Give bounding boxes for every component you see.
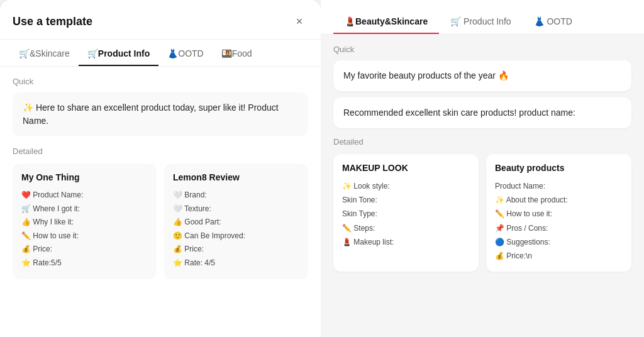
detail-cards-row: My One Thing ❤️ Product Name: 🛒 Where I … [13, 163, 308, 279]
right-detail-cards-row: MAKEUP LOOK ✨ Look style: Skin Tone: Ski… [333, 154, 631, 272]
quick-section-label: Quick [13, 77, 308, 86]
right-quick-card-0-text: My favorite beauty products of the year … [343, 70, 509, 80]
left-panel-content: Quick ✨ Here to share an excellent produ… [0, 67, 321, 337]
right-detailed-label: Detailed [333, 137, 631, 146]
close-button[interactable]: × [291, 13, 308, 30]
right-tabs-row: 💄Beauty&Skincare 🛒 Product Info 👗 OOTD [333, 9, 631, 34]
left-panel: Use a template × 🛒&Skincare 🛒Product Inf… [0, 0, 321, 337]
tab-food-label: 🍱Food [221, 48, 252, 58]
quick-card-0[interactable]: ✨ Here to share an excellent product tod… [13, 92, 308, 136]
detailed-section-label: Detailed [13, 146, 308, 156]
right-tab-product-info[interactable]: 🛒 Product Info [439, 9, 522, 34]
detail-card-1-title: Lemon8 Review [173, 172, 299, 182]
tab-skincare-label: 🛒&Skincare [19, 48, 70, 58]
right-tab-product-info-label: 🛒 Product Info [450, 16, 511, 26]
right-tab-beauty-label: 💄Beauty&Skincare [345, 16, 428, 26]
tab-product-info-label: 🛒Product Info [87, 48, 150, 58]
detail-card-0-items: ❤️ Product Name: 🛒 Where I got it: 👍 Why… [21, 189, 148, 270]
left-header: Use a template × [0, 0, 321, 40]
right-tab-beauty[interactable]: 💄Beauty&Skincare [333, 9, 439, 34]
detail-card-0[interactable]: My One Thing ❤️ Product Name: 🛒 Where I … [13, 163, 157, 279]
right-detail-card-1-title: Beauty products [495, 163, 623, 173]
detail-card-0-title: My One Thing [21, 172, 148, 182]
quick-card-0-text: ✨ Here to share an excellent product tod… [23, 102, 279, 126]
right-detail-card-0[interactable]: MAKEUP LOOK ✨ Look style: Skin Tone: Ski… [333, 154, 479, 272]
dialog-title: Use a template [13, 15, 92, 28]
right-quick-card-1[interactable]: Recommended excellent skin care products… [333, 97, 631, 128]
right-detail-card-1[interactable]: Beauty products Product Name: ✨ About th… [486, 154, 631, 272]
right-panel: 💄Beauty&Skincare 🛒 Product Info 👗 OOTD Q… [321, 0, 644, 337]
tab-product-info[interactable]: 🛒Product Info [79, 40, 158, 66]
right-tab-ootd[interactable]: 👗 OOTD [523, 9, 584, 34]
detail-card-1[interactable]: Lemon8 Review 🤍 Brand: 🤍 Texture: 👍 Good… [164, 163, 308, 279]
right-quick-card-1-text: Recommended excellent skin care products… [343, 108, 575, 118]
tab-food[interactable]: 🍱Food [213, 40, 261, 66]
detail-card-1-items: 🤍 Brand: 🤍 Texture: 👍 Good Part: 🙂 Can B… [173, 189, 299, 270]
right-header: 💄Beauty&Skincare 🛒 Product Info 👗 OOTD [321, 0, 644, 35]
tab-ootd-label: 👗OOTD [167, 48, 203, 58]
right-detail-card-0-title: MAKEUP LOOK [342, 163, 470, 173]
right-content: Quick My favorite beauty products of the… [321, 35, 644, 337]
right-detail-card-1-items: Product Name: ✨ About the product: ✏️ Ho… [495, 179, 623, 263]
right-quick-card-0[interactable]: My favorite beauty products of the year … [333, 60, 631, 91]
right-quick-label: Quick [333, 45, 631, 54]
tab-ootd[interactable]: 👗OOTD [158, 40, 212, 66]
right-tab-ootd-label: 👗 OOTD [534, 16, 572, 26]
left-tabs-row: 🛒&Skincare 🛒Product Info 👗OOTD 🍱Food [0, 40, 321, 67]
tab-skincare[interactable]: 🛒&Skincare [10, 40, 79, 66]
right-detail-card-0-items: ✨ Look style: Skin Tone: Skin Type: ✏️ S… [342, 179, 470, 249]
